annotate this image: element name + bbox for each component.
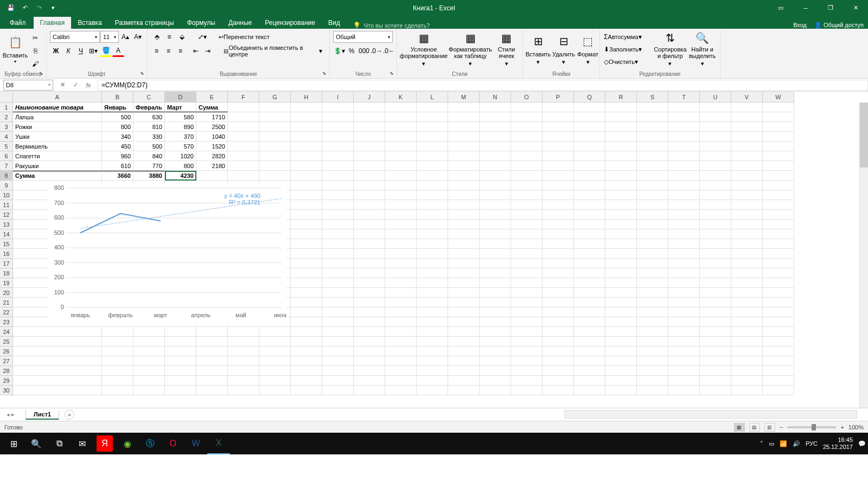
excel-icon[interactable]: X [207, 433, 230, 454]
cell[interactable] [511, 259, 542, 268]
cell[interactable] [291, 112, 322, 122]
cell[interactable] [574, 356, 605, 366]
conditional-formatting-button[interactable]: ▦Условное форматирование▾ [400, 31, 447, 67]
cell[interactable] [763, 132, 794, 142]
cell[interactable] [322, 327, 354, 337]
cell[interactable] [322, 151, 354, 161]
horizontal-scrollbar[interactable] [564, 410, 857, 419]
column-header[interactable]: B [102, 92, 133, 102]
increase-decimal-icon[interactable]: .0→ [371, 45, 382, 57]
cell[interactable] [448, 161, 480, 171]
cell[interactable] [605, 288, 637, 298]
cell[interactable]: 340 [102, 132, 133, 142]
cell[interactable] [417, 210, 448, 220]
cell[interactable] [165, 386, 196, 395]
cell[interactable] [385, 386, 417, 395]
cell[interactable] [700, 190, 731, 200]
enter-formula-icon[interactable]: ✓ [69, 80, 81, 91]
cell[interactable] [354, 346, 385, 356]
cell[interactable] [385, 346, 417, 356]
cell[interactable] [354, 288, 385, 298]
cell[interactable] [228, 142, 259, 151]
search-icon[interactable]: 🔍 [25, 433, 48, 454]
cell[interactable] [228, 171, 259, 181]
cell[interactable] [291, 386, 322, 395]
cell[interactable] [542, 317, 574, 327]
cell[interactable]: 810 [133, 122, 165, 132]
cell[interactable] [417, 190, 448, 200]
cell[interactable] [511, 200, 542, 210]
cell[interactable] [637, 102, 668, 112]
row-header[interactable]: 18 [0, 268, 13, 278]
cell[interactable] [322, 210, 354, 220]
cell[interactable] [511, 356, 542, 366]
cell[interactable] [354, 298, 385, 307]
cell[interactable] [417, 376, 448, 386]
language-indicator[interactable]: РУС [806, 440, 818, 447]
cell[interactable] [605, 307, 637, 317]
cell[interactable] [668, 161, 700, 171]
row-header[interactable]: 15 [0, 239, 13, 249]
cell[interactable] [668, 112, 700, 122]
cell[interactable] [417, 142, 448, 151]
cell[interactable] [637, 327, 668, 337]
cell[interactable] [731, 102, 763, 112]
column-header[interactable]: O [511, 92, 542, 102]
cell[interactable] [385, 356, 417, 366]
cell[interactable] [385, 376, 417, 386]
cell[interactable] [542, 259, 574, 268]
column-header[interactable]: V [731, 92, 763, 102]
column-header[interactable]: G [259, 92, 291, 102]
column-header[interactable]: I [322, 92, 354, 102]
row-header[interactable]: 9 [0, 181, 13, 190]
cell[interactable]: 1520 [196, 142, 228, 151]
cell[interactable] [354, 259, 385, 268]
cell[interactable] [354, 181, 385, 190]
cell[interactable] [605, 346, 637, 356]
shrink-font-icon[interactable]: A▾ [132, 31, 144, 43]
cell[interactable] [542, 102, 574, 112]
cell[interactable] [637, 181, 668, 190]
cell[interactable] [291, 102, 322, 112]
start-button[interactable]: ⊞ [2, 433, 25, 454]
cell[interactable] [354, 249, 385, 259]
cell[interactable] [605, 356, 637, 366]
cell[interactable]: 890 [165, 122, 196, 132]
cell[interactable] [574, 259, 605, 268]
cell[interactable] [417, 366, 448, 376]
close-icon[interactable]: ✕ [843, 0, 868, 16]
cell[interactable] [668, 210, 700, 220]
cell[interactable] [196, 376, 228, 386]
select-all-corner[interactable] [0, 92, 13, 102]
cell[interactable]: 2820 [196, 151, 228, 161]
cell[interactable] [511, 239, 542, 249]
cell[interactable] [605, 112, 637, 122]
decrease-decimal-icon[interactable]: .0← [383, 45, 395, 57]
cell[interactable] [417, 181, 448, 190]
cell[interactable] [448, 366, 480, 376]
align-middle-icon[interactable]: ≡ [163, 31, 175, 43]
cell[interactable] [668, 171, 700, 181]
cell[interactable] [448, 229, 480, 239]
cell[interactable] [196, 171, 228, 181]
cell[interactable] [480, 132, 511, 142]
row-header[interactable]: 27 [0, 356, 13, 366]
cell[interactable] [542, 327, 574, 337]
cell[interactable] [13, 356, 102, 366]
cell[interactable] [605, 366, 637, 376]
cell[interactable]: Сумма [13, 171, 102, 181]
cell[interactable] [574, 171, 605, 181]
cell[interactable] [322, 181, 354, 190]
cell[interactable] [637, 200, 668, 210]
cell[interactable] [574, 288, 605, 298]
cell[interactable] [259, 132, 291, 142]
cell[interactable] [574, 298, 605, 307]
cell[interactable]: Ушки [13, 132, 102, 142]
cell[interactable] [731, 288, 763, 298]
cell[interactable] [511, 210, 542, 220]
cell[interactable] [448, 268, 480, 278]
cell[interactable] [354, 307, 385, 317]
cell[interactable] [354, 220, 385, 229]
cell[interactable] [354, 317, 385, 327]
cell[interactable] [542, 298, 574, 307]
